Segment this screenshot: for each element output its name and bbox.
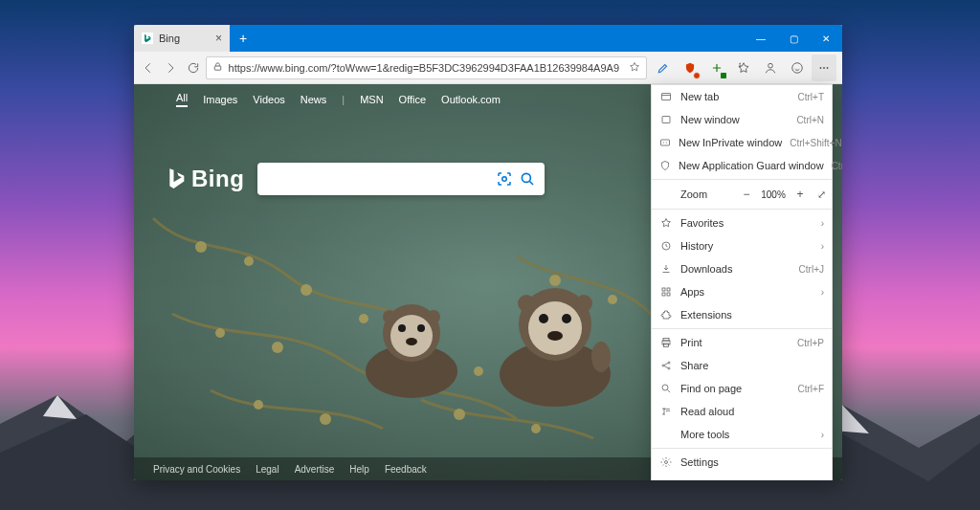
window-close-button[interactable]: ✕ xyxy=(810,25,842,52)
bing-logo-icon xyxy=(167,166,186,191)
fullscreen-button[interactable]: ⤢ xyxy=(811,188,832,201)
menu-item-share[interactable]: Share xyxy=(652,354,832,377)
edit-icon[interactable] xyxy=(651,55,676,81)
menu-item-extensions[interactable]: Extensions xyxy=(652,303,832,326)
tab-close-icon[interactable]: × xyxy=(215,32,222,45)
menu-label: New Application Guard window xyxy=(679,160,824,171)
otter-left xyxy=(349,280,474,405)
url-text: https://www.bing.com/?toWww=1&redig=B5F3… xyxy=(229,62,619,74)
tab-title: Bing xyxy=(159,33,180,44)
svg-point-17 xyxy=(320,413,331,425)
read-icon xyxy=(659,406,673,417)
search-box[interactable] xyxy=(257,163,545,195)
svg-point-8 xyxy=(244,256,254,266)
bing-nav-office[interactable]: Office xyxy=(399,94,427,105)
collections-icon[interactable] xyxy=(704,55,729,81)
bing-nav-images[interactable]: Images xyxy=(203,94,237,105)
footer-help[interactable]: Help xyxy=(349,464,369,475)
footer-advertise[interactable]: Advertise xyxy=(295,464,335,475)
bing-nav-all[interactable]: All xyxy=(176,92,188,107)
svg-point-21 xyxy=(272,342,283,353)
footer-feedback[interactable]: Feedback xyxy=(385,464,427,475)
svg-point-2 xyxy=(792,62,803,73)
search-input[interactable] xyxy=(267,172,493,187)
svg-rect-48 xyxy=(662,293,665,296)
svg-point-56 xyxy=(662,385,668,390)
svg-point-5 xyxy=(827,67,829,69)
zoom-out-button[interactable]: − xyxy=(736,188,757,201)
menu-item-print[interactable]: PrintCtrl+P xyxy=(652,331,832,354)
profile-icon[interactable] xyxy=(758,55,783,81)
star-icon xyxy=(659,217,673,229)
menu-item-read-aloud[interactable]: Read aloud xyxy=(652,400,832,423)
bing-nav-news[interactable]: News xyxy=(301,94,327,105)
svg-point-36 xyxy=(518,295,535,312)
menu-item-favorites[interactable]: Favorites› xyxy=(652,211,832,234)
favorite-star-icon[interactable] xyxy=(629,61,640,75)
bing-nav-videos[interactable]: Videos xyxy=(253,94,284,105)
back-button[interactable] xyxy=(138,55,159,81)
menu-label: Print xyxy=(680,337,790,348)
bing-nav-msn[interactable]: MSN xyxy=(360,94,383,105)
visual-search-icon[interactable] xyxy=(493,167,516,190)
menu-item-help-and-feedback[interactable]: Help and feedback› xyxy=(652,474,832,480)
menu-item-find-on-page[interactable]: Find on pageCtrl+F xyxy=(652,377,832,400)
share-icon xyxy=(659,360,673,371)
menu-item-history[interactable]: History› xyxy=(652,234,832,257)
svg-point-38 xyxy=(591,342,611,372)
footer-legal[interactable]: Legal xyxy=(256,464,278,475)
menu-shortcut: Ctrl+Shift+N xyxy=(790,138,841,148)
menu-item-apps[interactable]: Apps› xyxy=(652,280,832,303)
menu-divider xyxy=(652,328,832,329)
menu-item-new-application-guard-window[interactable]: New Application Guard windowCtrl+Shift+A xyxy=(652,154,832,177)
svg-point-34 xyxy=(562,314,571,323)
search-icon[interactable] xyxy=(516,167,539,190)
svg-rect-0 xyxy=(214,66,220,70)
menu-item-new-window[interactable]: New windowCtrl+N xyxy=(652,108,832,131)
titlebar: Bing × + — ▢ ✕ xyxy=(134,25,842,52)
svg-point-37 xyxy=(575,295,592,312)
active-tab[interactable]: Bing × xyxy=(134,25,230,52)
svg-point-25 xyxy=(398,324,406,332)
svg-point-32 xyxy=(528,301,582,355)
menu-item-new-tab[interactable]: New tabCtrl+T xyxy=(652,85,832,108)
menu-label: More tools xyxy=(680,429,813,440)
svg-point-18 xyxy=(454,409,465,420)
menu-label: Extensions xyxy=(680,309,824,321)
settings-icon xyxy=(659,456,673,468)
more-button[interactable] xyxy=(812,55,836,81)
address-bar[interactable]: https://www.bing.com/?toWww=1&redig=B5F3… xyxy=(206,56,647,79)
menu-item-more-tools[interactable]: More tools› xyxy=(652,423,832,446)
svg-point-3 xyxy=(820,67,822,69)
forward-button[interactable] xyxy=(161,55,182,81)
print-icon xyxy=(659,337,673,348)
svg-point-53 xyxy=(662,365,664,366)
bing-nav-outlook[interactable]: Outlook.com xyxy=(441,94,501,105)
feedback-icon[interactable] xyxy=(785,55,810,81)
window-maximize-button[interactable]: ▢ xyxy=(777,25,810,52)
lock-icon xyxy=(212,61,223,74)
svg-rect-42 xyxy=(662,94,671,100)
bing-nav: All Images Videos News | MSN Office Outl… xyxy=(176,92,501,107)
find-icon xyxy=(659,383,673,394)
favorites-list-icon[interactable] xyxy=(731,55,756,81)
zoom-label: Zoom xyxy=(652,188,736,200)
menu-item-settings[interactable]: Settings xyxy=(652,451,832,474)
menu-shortcut: Ctrl+J xyxy=(799,264,824,275)
menu-item-new-inprivate-window[interactable]: New InPrivate windowCtrl+Shift+N xyxy=(652,131,832,154)
window-icon xyxy=(659,114,673,125)
svg-point-9 xyxy=(301,284,312,296)
zoom-in-button[interactable]: + xyxy=(790,188,811,201)
new-tab-button[interactable]: + xyxy=(230,25,256,52)
footer-privacy[interactable]: Privacy and Cookies xyxy=(153,464,240,475)
refresh-button[interactable] xyxy=(183,55,204,81)
chevron-right-icon: › xyxy=(821,241,824,252)
app-guard-icon[interactable] xyxy=(678,55,702,81)
menu-label: Help and feedback xyxy=(680,479,813,480)
window-minimize-button[interactable]: — xyxy=(745,25,777,52)
svg-point-54 xyxy=(668,362,670,364)
tab-icon xyxy=(659,91,673,102)
svg-rect-52 xyxy=(664,344,669,347)
menu-item-downloads[interactable]: DownloadsCtrl+J xyxy=(652,257,832,280)
menu-label: Favorites xyxy=(680,217,813,229)
